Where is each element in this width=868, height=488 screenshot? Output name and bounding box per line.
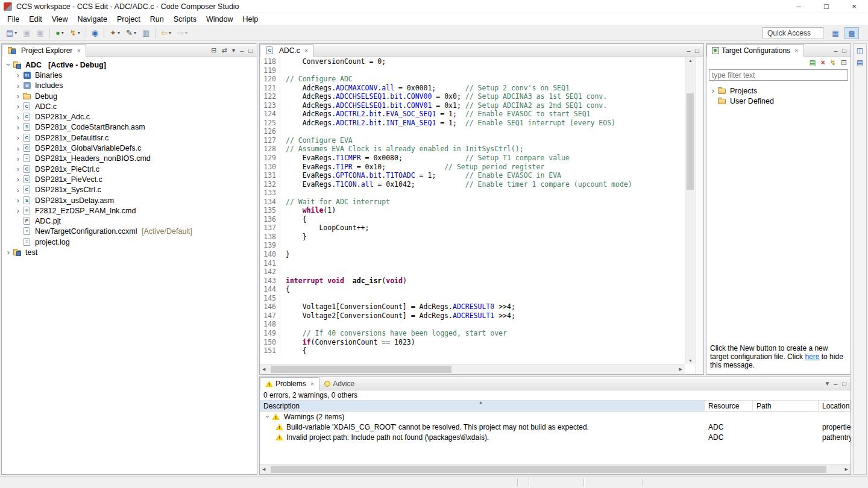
menu-file[interactable]: File xyxy=(2,14,24,25)
tree-item[interactable]: ›CDSP281x_PieVect.c xyxy=(2,174,257,184)
tree-item[interactable]: ›01Binaries xyxy=(2,70,257,80)
problem-row[interactable]: !Build-variable 'XDAIS_CG_ROOT' cannot b… xyxy=(260,422,851,432)
close-tab-icon[interactable]: × xyxy=(304,47,308,54)
tree-item[interactable]: ›SDSP281x_usDelay.asm xyxy=(2,195,257,205)
build-icon[interactable]: ✦▾ xyxy=(107,27,122,40)
close-view-icon[interactable]: × xyxy=(310,380,314,387)
menu-view[interactable]: View xyxy=(47,14,73,25)
expand-arrow-icon[interactable]: › xyxy=(14,124,22,131)
save-icon[interactable]: ▣ xyxy=(20,27,33,40)
collapse-arrow-icon[interactable]: › xyxy=(264,413,272,421)
tree-item[interactable]: ●NewTargetConfiguration.ccxml [Active/De… xyxy=(2,227,257,237)
debug-icon[interactable]: ●▾ xyxy=(53,27,66,40)
tree-item[interactable]: ›⊞Includes xyxy=(2,81,257,91)
tree-item[interactable]: ›SDSP281x_CodeStartBranch.asm xyxy=(2,122,257,133)
expand-arrow-icon[interactable]: › xyxy=(14,196,22,204)
menu-help[interactable]: Help xyxy=(237,14,263,25)
minimize-view-icon[interactable]: ‒ xyxy=(834,380,837,387)
search-icon[interactable]: ◉ xyxy=(89,27,101,40)
minimize-view-icon[interactable]: ‒ xyxy=(834,47,837,54)
tree-item[interactable]: ›CDSP281x_DefaultIsr.c xyxy=(2,133,257,143)
expand-arrow-icon[interactable]: › xyxy=(14,92,22,100)
tab-advice[interactable]: Advice xyxy=(319,377,359,390)
expand-arrow-icon[interactable]: › xyxy=(14,175,22,183)
tab-target-configurations[interactable]: Target Configurations × xyxy=(706,44,804,57)
scroll-right-icon[interactable]: ▶ xyxy=(845,467,848,472)
menu-run[interactable]: Run xyxy=(145,14,169,25)
code-area[interactable]: 118 ConversionCount = 0;119120// Configu… xyxy=(260,57,685,364)
open-perspective-icon[interactable]: ▦ xyxy=(828,27,843,39)
menu-edit[interactable]: Edit xyxy=(24,14,47,25)
maximize-view-icon[interactable]: □ xyxy=(842,380,846,387)
menu-window[interactable]: Window xyxy=(201,14,237,25)
tree-item[interactable]: ›ADC [Active - Debug] xyxy=(2,60,257,70)
collapse-all-icon[interactable]: ⊟ xyxy=(841,58,847,67)
minimize-view-icon[interactable]: ‒ xyxy=(687,47,690,54)
scroll-up-icon[interactable]: ▲ xyxy=(688,58,693,63)
problem-row[interactable]: !Invalid project path: Include path not … xyxy=(260,432,851,442)
tree-item[interactable]: ›CDSP281x_Adc.c xyxy=(2,111,257,122)
dropdown-arrow-icon[interactable]: ▾ xyxy=(134,30,136,36)
close-view-icon[interactable]: × xyxy=(77,47,80,54)
expand-arrow-icon[interactable]: › xyxy=(14,186,22,194)
quick-access-button[interactable]: Quick Access xyxy=(763,27,823,39)
expand-arrow-icon[interactable]: › xyxy=(14,165,22,173)
maximize-view-icon[interactable]: □ xyxy=(248,47,253,54)
minimized-view-icon[interactable]: ▤ xyxy=(857,58,863,67)
dropdown-arrow-icon[interactable]: ▾ xyxy=(78,30,80,36)
maximize-view-icon[interactable]: □ xyxy=(695,47,699,54)
tree-item[interactable]: User Defined xyxy=(706,96,851,106)
expand-arrow-icon[interactable]: › xyxy=(14,113,22,121)
console-icon[interactable]: ▥ xyxy=(140,27,152,40)
scroll-left-icon[interactable]: ◀ xyxy=(262,367,265,372)
scroll-right-icon[interactable]: ▶ xyxy=(679,367,682,372)
new-wizard-icon[interactable]: ▤▾ xyxy=(4,27,19,40)
delete-target-configuration-icon[interactable]: × xyxy=(821,58,825,67)
scroll-thumb[interactable] xyxy=(687,93,694,190)
dropdown-arrow-icon[interactable]: ▾ xyxy=(169,30,171,36)
minimize-view-icon[interactable]: ‒ xyxy=(240,47,244,54)
test-connection-icon[interactable]: ↯ xyxy=(830,58,836,67)
new-file-icon[interactable]: ✎▾ xyxy=(124,27,139,40)
tree-item[interactable]: ›≡DSP281x_Headers_nonBIOS.cmd xyxy=(2,154,257,164)
scroll-thumb[interactable] xyxy=(271,466,826,473)
hide-message-link[interactable]: here xyxy=(805,352,819,361)
tree-item[interactable]: ›CDSP281x_PieCtrl.c xyxy=(2,164,257,174)
column-header-resource[interactable]: Resource xyxy=(705,401,753,411)
tab-adc-c[interactable]: C ADC.c × xyxy=(260,44,313,57)
view-menu-icon[interactable]: ▾ xyxy=(232,46,236,54)
expand-arrow-icon[interactable]: › xyxy=(5,61,13,69)
expand-arrow-icon[interactable]: › xyxy=(709,87,717,95)
tree-item[interactable]: ›CADC.c xyxy=(2,101,257,111)
tree-item[interactable]: ›test xyxy=(2,247,257,257)
menu-project[interactable]: Project xyxy=(112,14,145,25)
tab-problems[interactable]: ! Problems × xyxy=(260,377,319,390)
filter-input[interactable] xyxy=(709,69,848,81)
scroll-thumb[interactable] xyxy=(271,366,451,373)
tree-item[interactable]: ›CDSP281x_SysCtrl.c xyxy=(2,185,257,195)
warnings-group-row[interactable]: ›!Warnings (2 items) xyxy=(260,411,851,422)
tree-item[interactable]: ›≡F2812_EzDSP_RAM_lnk.cmd xyxy=(2,205,257,216)
dropdown-arrow-icon[interactable]: ▾ xyxy=(14,30,17,36)
collapse-all-icon[interactable]: ⊟ xyxy=(211,46,216,54)
expand-arrow-icon[interactable]: › xyxy=(14,102,22,110)
scroll-left-icon[interactable]: ◀ xyxy=(262,467,265,472)
expand-arrow-icon[interactable]: › xyxy=(14,207,22,214)
editor-horizontal-scrollbar[interactable]: ◀ ▶ xyxy=(260,364,685,374)
dropdown-arrow-icon[interactable]: ▾ xyxy=(61,30,64,36)
column-header-path[interactable]: Path xyxy=(753,401,819,411)
view-menu-icon[interactable]: ▾ xyxy=(826,380,829,387)
minimize-window-button[interactable]: – xyxy=(785,0,813,13)
column-header-description[interactable]: Description xyxy=(260,401,705,411)
tree-item[interactable]: ›Debug xyxy=(2,91,257,101)
restore-view-icon[interactable]: ◫ xyxy=(857,46,863,55)
forward-icon[interactable]: ⇨▾ xyxy=(175,27,190,40)
dropdown-arrow-icon[interactable]: ▾ xyxy=(118,30,120,36)
editor-vertical-scrollbar[interactable]: ▲ ▼ xyxy=(685,57,695,364)
column-header-location[interactable]: Location xyxy=(819,401,851,411)
ccs-edit-perspective-icon[interactable]: ▩ xyxy=(844,27,859,39)
new-target-configuration-icon[interactable]: ▤ xyxy=(810,58,816,67)
tree-item[interactable]: ≡project.log xyxy=(2,237,257,247)
maximize-window-button[interactable]: □ xyxy=(813,0,840,13)
flash-icon[interactable]: ↯▾ xyxy=(68,27,83,40)
